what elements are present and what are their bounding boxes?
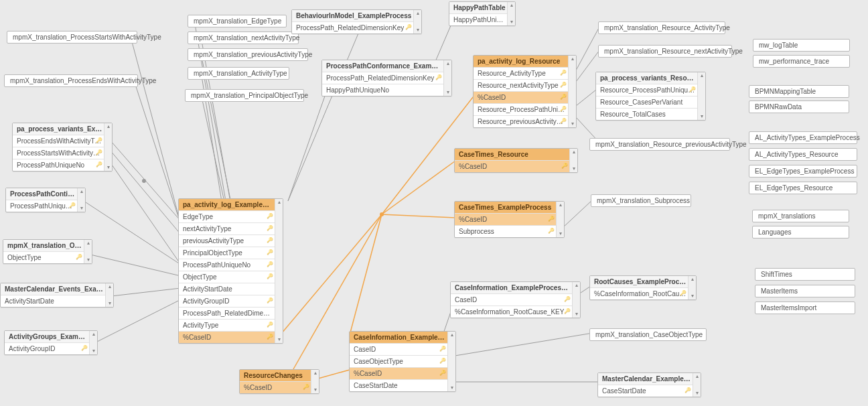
scroll-indicator[interactable]: ▴▾ — [413, 10, 421, 33]
scroll-indicator[interactable]: ▴▾ — [105, 283, 113, 307]
scroll-indicator[interactable]: ▴▾ — [568, 56, 576, 127]
field[interactable]: ProcessPath_RelatedDimensionK... — [179, 307, 283, 319]
table-resource-changes[interactable]: ResourceChanges %CaseID ▴▾ — [239, 369, 319, 394]
scroll-indicator[interactable]: ▴▾ — [104, 123, 112, 171]
scroll-indicator[interactable]: ▴▾ — [697, 72, 705, 120]
field[interactable]: ProcessPathUniqueNo — [179, 259, 283, 271]
table-happy-path[interactable]: HappyPathTable HappyPathUniqueN... ▴▾ — [449, 1, 516, 26]
table-process-variants-example[interactable]: pa_process_variants_ExampleProcess Proce… — [12, 123, 113, 172]
field[interactable]: CaseID — [451, 293, 580, 306]
table-process-variants-resource[interactable]: pa_process_variants_Resource Resource_Pr… — [595, 72, 706, 121]
table-case-info-rca-link[interactable]: CaseInformation_ExampleProcess_RCA_LinkT… — [450, 281, 581, 318]
scroll-indicator[interactable]: ▴▾ — [572, 282, 580, 318]
chip-bpmn-raw[interactable]: BPMNRawData — [749, 100, 849, 113]
chip-resource-prevactivity[interactable]: mpmX_translation_Resource_previousActivi… — [589, 138, 730, 151]
field[interactable]: ProcessStartsWithActivityType — [13, 147, 112, 159]
scroll-indicator[interactable]: ▴▾ — [507, 2, 515, 25]
chip-process-starts[interactable]: mpmX_translation_ProcessStartsWithActivi… — [7, 31, 137, 44]
field-caseid[interactable]: %CaseID — [240, 381, 319, 393]
table-master-calendar-example[interactable]: MasterCalendar_ExampleProcess CaseStartD… — [597, 373, 701, 397]
field[interactable]: ActivityGroupID — [5, 342, 97, 354]
field[interactable]: Subprocess — [455, 225, 564, 237]
chip-translation-caseobjecttype[interactable]: mpmX_translation_CaseObjectType — [589, 328, 707, 341]
field[interactable]: Resource_ProcessPathUniqueNo — [474, 103, 576, 115]
scroll-indicator[interactable]: ▴▾ — [447, 332, 455, 391]
field-caseid[interactable]: %CaseID — [455, 160, 577, 172]
table-case-information[interactable]: CaseInformation_ExampleProcess CaseID Ca… — [349, 331, 456, 392]
field[interactable]: Resource_TotalCases — [596, 108, 705, 120]
field[interactable]: EdgeType — [179, 210, 283, 222]
chip-al-activitytypes-example[interactable]: AL_ActivityTypes_ExampleProcess — [749, 131, 857, 144]
field[interactable]: ObjectType — [179, 271, 283, 283]
field-caseid[interactable]: %CaseID — [179, 331, 283, 343]
field[interactable]: PrincipalObjectType — [179, 247, 283, 259]
table-process-path-continuation[interactable]: ProcessPathContinuation ProcessPathUniqu… — [5, 188, 86, 212]
field[interactable]: Resource_ActivityType — [474, 67, 576, 79]
chip-shifttimes[interactable]: ShiftTimes — [755, 268, 855, 281]
chip-prev-activity[interactable]: mpmX_translation_previousActivityType — [188, 48, 308, 61]
chip-activity-type[interactable]: mpmX_translation_ActivityType — [188, 67, 289, 80]
field[interactable]: Resource_previousActivityType — [474, 115, 576, 127]
chip-mw-logtable[interactable]: mw_logTable — [753, 39, 850, 52]
scroll-indicator[interactable]: ▴▾ — [275, 199, 283, 343]
field[interactable]: previousActivityType — [179, 234, 283, 247]
field[interactable]: ProcessPathUniqueNo — [13, 159, 112, 171]
chip-languages[interactable]: Languages — [752, 226, 849, 239]
field[interactable]: Resource_nextActivityType — [474, 79, 576, 91]
scroll-indicator[interactable]: ▴▾ — [688, 276, 696, 299]
chip-el-edgetypes-example[interactable]: EL_EdgeTypes_ExampleProcess — [749, 165, 857, 178]
chip-edge-type[interactable]: mpmX_translation_EdgeType — [188, 15, 287, 27]
data-model-canvas[interactable]: { "tables": { "pa_process_variants_Examp… — [0, 0, 868, 406]
chip-masteritemsimport[interactable]: MasterItemsImport — [755, 301, 855, 314]
field[interactable]: Resource_ProcessPathUniqueNo — [596, 84, 705, 96]
chip-resource-nextactivity[interactable]: mpmX_translation_Resource_nextActivityTy… — [598, 45, 732, 58]
chip-bpmn-mapping[interactable]: BPMNMappingTable — [749, 85, 849, 98]
field[interactable]: ProcessPath_RelatedDimensionKey — [292, 21, 421, 33]
chip-masteritems[interactable]: MasterItems — [755, 285, 855, 297]
scroll-indicator[interactable]: ▴▾ — [569, 149, 577, 172]
field[interactable]: ObjectType — [3, 251, 92, 263]
field[interactable]: %CaseInformation_RootCause_KEY — [451, 306, 580, 318]
chip-al-activitytypes-resource[interactable]: AL_ActivityTypes_Resource — [749, 148, 857, 161]
chip-process-ends[interactable]: mpmX_translation_ProcessEndsWithActivity… — [4, 74, 138, 87]
field[interactable]: ActivityGroupID — [179, 295, 283, 307]
field[interactable]: ProcessPathUniqueNo — [6, 200, 85, 212]
field[interactable]: HappyPathUniqueNo — [322, 84, 451, 96]
chip-mw-performance[interactable]: mw_performance_trace — [753, 55, 850, 68]
field[interactable]: CaseStartDate — [350, 379, 455, 391]
chip-mpmx-translations[interactable]: mpmX_translations — [752, 210, 849, 222]
field[interactable]: CaseID — [350, 343, 455, 355]
field[interactable]: ActivityStartDate — [1, 295, 113, 307]
table-process-path-conformance[interactable]: ProcessPathConformance_ExampleProcess Pr… — [321, 60, 452, 96]
scroll-indicator[interactable]: ▴▾ — [311, 370, 319, 393]
scroll-indicator[interactable]: ▴▾ — [77, 188, 85, 212]
field-caseid[interactable]: %CaseID — [455, 213, 564, 225]
field[interactable]: CaseObjectType — [350, 355, 455, 367]
chip-translation-subprocess[interactable]: mpmX_translation_Subprocess — [591, 194, 691, 207]
table-root-causes[interactable]: RootCauses_ExampleProcess %CaseInformati… — [589, 275, 697, 300]
table-translation-object-type[interactable]: mpmX_translation_ObjectType ObjectType ▴… — [3, 239, 92, 264]
scroll-indicator[interactable]: ▴▾ — [84, 240, 92, 263]
field[interactable]: %CaseInformation_RootCause_K... — [590, 287, 696, 299]
chip-next-activity[interactable]: mpmX_translation_nextActivityType — [188, 31, 299, 44]
field[interactable]: HappyPathUniqueN... — [449, 13, 515, 25]
table-activity-groups[interactable]: ActivityGroups_ExampleProcess ActivityGr… — [4, 330, 98, 355]
scroll-indicator[interactable]: ▴▾ — [693, 373, 701, 397]
chip-resource-activitytype[interactable]: mpmX_translation_Resource_ActivityType — [598, 21, 725, 34]
field[interactable]: Resource_CasesPerVariant — [596, 96, 705, 108]
chip-el-edgetypes-resource[interactable]: EL_EdgeTypes_Resource — [749, 182, 857, 194]
table-master-calendar-events[interactable]: MasterCalendar_Events_ExampleProcess Act… — [0, 283, 114, 308]
field[interactable]: nextActivityType — [179, 222, 283, 234]
table-activity-log-resource[interactable]: pa_activity_log_Resource Resource_Activi… — [473, 55, 577, 128]
scroll-indicator[interactable]: ▴▾ — [89, 331, 97, 354]
scroll-indicator[interactable]: ▴▾ — [443, 60, 451, 96]
table-activity-log-example[interactable]: pa_activity_log_ExampleProcess EdgeType … — [178, 198, 283, 344]
field[interactable]: ProcessPath_RelatedDimensionKey — [322, 72, 451, 84]
field[interactable]: CaseStartDate — [598, 385, 701, 397]
table-behaviour-in-model[interactable]: BehaviourInModel_ExampleProcess ProcessP… — [291, 9, 422, 34]
field[interactable]: ActivityType — [179, 319, 283, 331]
scroll-indicator[interactable]: ▴▾ — [556, 202, 564, 237]
chip-principal-object[interactable]: mpmX_translation_PrincipalObjectType — [185, 89, 304, 102]
table-case-times-example[interactable]: CaseTimes_ExampleProcess %CaseID Subproc… — [454, 201, 565, 238]
field-caseid[interactable]: %CaseID — [474, 91, 576, 103]
